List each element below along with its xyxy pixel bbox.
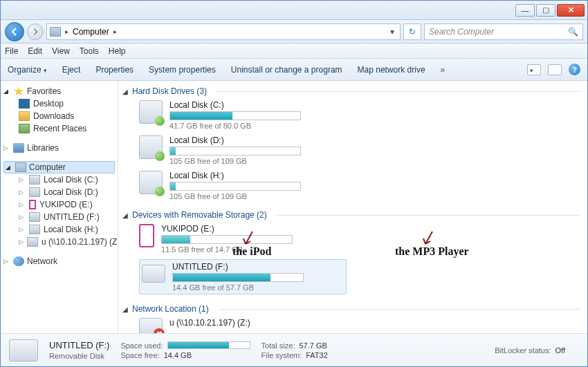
drive-z-network[interactable]: u (\\10.10.21.197) (Z:): [139, 318, 347, 333]
sidebar-item-label: Local Disk (D:): [44, 187, 98, 197]
details-label: Space free:: [120, 351, 159, 359]
section-removable[interactable]: ◢ Devices with Removable Storage (2): [122, 210, 580, 220]
sidebar-drive-d[interactable]: ▷Local Disk (D:): [3, 186, 115, 198]
menu-help[interactable]: Help: [109, 46, 126, 56]
menu-view[interactable]: View: [52, 46, 70, 56]
netdrive-icon: [27, 237, 38, 247]
navigation-pane: ◢ Favorites Desktop Downloads Recent Pla…: [1, 81, 118, 333]
collapse-icon: ◢: [122, 305, 128, 313]
content-area: ◢ Favorites Desktop Downloads Recent Pla…: [1, 81, 587, 333]
toolbar-overflow[interactable]: »: [441, 65, 445, 75]
menu-edit[interactable]: Edit: [28, 46, 42, 56]
details-label: Total size:: [261, 341, 295, 350]
close-button[interactable]: ✕: [557, 4, 585, 17]
menu-tools[interactable]: Tools: [80, 46, 99, 56]
menu-bar: File Edit View Tools Help: [1, 44, 587, 59]
sidebar-item-label: u (\\10.10.21.197) (Z:): [42, 237, 118, 247]
details-label: Space used:: [120, 341, 163, 350]
navigation-bar: ▸ Computer ▸ ▾ ↻ Search Computer 🔍: [1, 20, 587, 44]
map-drive-button[interactable]: Map network drive: [358, 65, 425, 75]
drive-name: u (\\10.10.21.197) (Z:): [169, 318, 347, 328]
drive-name: Local Disk (D:): [169, 135, 347, 145]
usage-bar: [169, 147, 301, 156]
sidebar-drive-e[interactable]: ▷YUKIPOD (E:): [3, 198, 115, 211]
disk-icon: [29, 175, 40, 185]
search-input[interactable]: Search Computer 🔍: [424, 23, 583, 40]
sidebar-drive-h[interactable]: ▷Local Disk (H:): [3, 223, 115, 236]
details-value: 57.7 GB: [299, 341, 327, 350]
organize-button[interactable]: Organize: [8, 65, 47, 75]
favorites-group[interactable]: ◢ Favorites: [3, 85, 115, 97]
ipod-icon: [29, 200, 36, 209]
sidebar-downloads[interactable]: Downloads: [3, 110, 115, 122]
libraries-group[interactable]: ▷ Libraries: [3, 142, 115, 154]
help-button[interactable]: ?: [569, 64, 580, 75]
sidebar-label: Computer: [29, 162, 66, 172]
minimize-button[interactable]: —: [515, 4, 535, 17]
drive-c[interactable]: Local Disk (C:) 41.7 GB free of 80.0 GB: [139, 100, 347, 130]
drive-subtext: 105 GB free of 109 GB: [169, 157, 347, 165]
breadcrumb-label[interactable]: Computer: [73, 27, 109, 37]
system-properties-button[interactable]: System properties: [149, 65, 216, 75]
properties-button[interactable]: Properties: [95, 65, 134, 75]
network-icon: [13, 256, 24, 266]
drive-name: Local Disk (C:): [169, 100, 347, 110]
address-dropdown[interactable]: ▾: [387, 27, 397, 37]
address-bar[interactable]: ▸ Computer ▸ ▾: [46, 23, 401, 40]
usage-bar: [169, 111, 301, 120]
sidebar-item-label: Local Disk (C:): [44, 175, 98, 185]
drive-subtext: 105 GB free of 109 GB: [169, 192, 347, 200]
sidebar-item-label: Recent Places: [33, 124, 86, 133]
details-value: Off: [555, 346, 565, 355]
libraries-icon: [13, 143, 24, 153]
annotation-mp3: the MP3 Player: [395, 245, 469, 258]
section-hdd[interactable]: ◢ Hard Disk Drives (3): [122, 86, 580, 96]
drive-name: YUKIPOD (E:): [161, 224, 347, 234]
usb-icon: [29, 212, 40, 222]
sidebar-drive-c[interactable]: ▷Local Disk (C:): [3, 173, 115, 186]
annotation-ipod: the iPod: [232, 245, 271, 258]
drive-name: UNTITLED (F:): [172, 262, 344, 272]
maximize-button[interactable]: ▢: [536, 4, 555, 17]
sidebar-item-label: Local Disk (H:): [44, 225, 98, 234]
usage-bar: [167, 341, 250, 349]
section-network[interactable]: ◢ Network Location (1): [122, 304, 580, 314]
uninstall-button[interactable]: Uninstall or change a program: [231, 65, 342, 75]
back-button[interactable]: [5, 22, 24, 41]
search-icon: 🔍: [568, 27, 578, 37]
expand-icon: ▷: [19, 238, 24, 245]
sidebar-item-label: UNTITLED (F:): [44, 212, 100, 222]
forward-button[interactable]: [27, 23, 44, 40]
usage-bar: [169, 182, 301, 191]
details-thumbnail: [9, 339, 38, 361]
view-options-button[interactable]: [527, 64, 541, 75]
details-pane: UNTITLED (F:) Removable Disk Space used:…: [1, 333, 587, 366]
details-title: UNTITLED (F:): [49, 340, 109, 350]
drive-d[interactable]: Local Disk (D:) 105 GB free of 109 GB: [139, 135, 347, 165]
sidebar-drive-z[interactable]: ▷u (\\10.10.21.197) (Z:): [3, 236, 115, 248]
drive-f-mp3[interactable]: UNTITLED (F:) 14.4 GB free of 57.7 GB: [139, 259, 347, 294]
divider: [219, 309, 580, 310]
sidebar-label: Favorites: [27, 86, 61, 96]
preview-pane-button[interactable]: [548, 64, 562, 75]
breadcrumb-sep: ▸: [112, 28, 118, 35]
computer-group[interactable]: ◢ Computer: [3, 161, 115, 173]
drive-h[interactable]: Local Disk (H:) 105 GB free of 109 GB: [139, 171, 347, 200]
expand-icon: ▷: [19, 226, 26, 233]
sidebar-desktop[interactable]: Desktop: [3, 97, 115, 110]
command-bar: Organize Eject Properties System propert…: [1, 59, 587, 81]
refresh-button[interactable]: ↻: [403, 23, 421, 40]
sidebar-recent[interactable]: Recent Places: [3, 122, 115, 135]
network-group[interactable]: ▷ Network: [3, 255, 115, 267]
disk-icon: [29, 187, 40, 197]
eject-button[interactable]: Eject: [62, 65, 81, 75]
expand-icon: ▷: [19, 189, 26, 196]
expand-icon: ▷: [19, 176, 26, 183]
expand-icon: ▷: [3, 258, 10, 265]
disk-icon: [29, 225, 40, 234]
hdd-icon: [139, 171, 163, 194]
search-placeholder: Search Computer: [429, 27, 494, 37]
menu-file[interactable]: File: [5, 46, 18, 56]
sidebar-drive-f[interactable]: ▷UNTITLED (F:): [3, 211, 115, 223]
drive-name: Local Disk (H:): [169, 171, 347, 180]
